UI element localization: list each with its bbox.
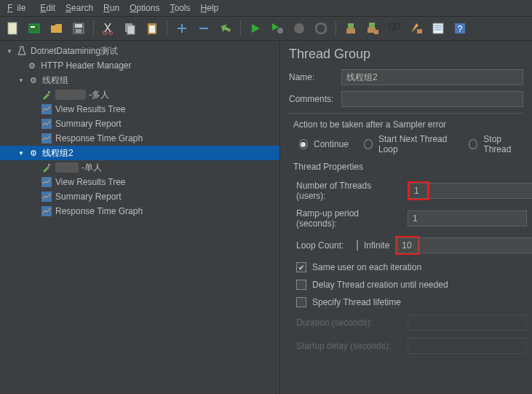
menubar: File Edit Search Run Options Tools Help bbox=[0, 0, 532, 17]
minus-icon[interactable] bbox=[195, 20, 213, 37]
shutdown-icon[interactable] bbox=[312, 20, 330, 37]
tree-view-results[interactable]: View Results Tree bbox=[0, 102, 279, 117]
reset-search-icon[interactable] bbox=[408, 20, 425, 37]
svg-point-12 bbox=[277, 28, 283, 34]
svg-text:?: ? bbox=[458, 24, 463, 34]
loop-count-input[interactable] bbox=[397, 237, 418, 253]
menu-help[interactable]: Help bbox=[196, 1, 223, 15]
open-icon[interactable] bbox=[48, 20, 65, 37]
duration-input bbox=[408, 315, 527, 331]
comments-input[interactable] bbox=[341, 91, 523, 107]
specify-lifetime-label: Specify Thread lifetime bbox=[312, 297, 401, 307]
panel-title: Thread Group bbox=[289, 47, 523, 62]
tree-resp-graph[interactable]: Response Time Graph bbox=[0, 131, 279, 146]
new-icon[interactable] bbox=[4, 20, 22, 37]
start-next-label: Start Next Thread Loop bbox=[378, 134, 453, 154]
svg-rect-0 bbox=[8, 23, 17, 34]
flask-icon bbox=[16, 45, 28, 57]
paste-icon[interactable] bbox=[143, 20, 161, 37]
svg-rect-2 bbox=[31, 26, 35, 28]
num-threads-input[interactable] bbox=[409, 183, 428, 199]
same-user-label: Same user on each iteration bbox=[312, 262, 421, 272]
num-threads-label: Number of Threads (users): bbox=[296, 181, 402, 201]
tree-resp-graph-2[interactable]: Response Time Graph bbox=[0, 204, 279, 218]
chart-icon bbox=[41, 176, 52, 188]
start-no-timers-icon[interactable] bbox=[269, 20, 286, 37]
tree-view-results-2[interactable]: View Results Tree bbox=[0, 175, 279, 189]
duration-label: Duration (seconds): bbox=[296, 318, 402, 328]
tree-sampler-2[interactable]: xx-单人 bbox=[0, 160, 279, 175]
stop-thread-radio[interactable] bbox=[469, 139, 477, 149]
menu-tools[interactable]: Tools bbox=[166, 1, 195, 15]
specify-lifetime-checkbox[interactable] bbox=[296, 297, 306, 307]
save-icon[interactable] bbox=[70, 20, 87, 37]
menu-file[interactable]: File bbox=[3, 1, 34, 15]
tree-thread-group-2[interactable]: ▼ ⚙ 线程组2 bbox=[0, 146, 279, 160]
clear-icon[interactable] bbox=[342, 20, 360, 37]
clear-all-icon[interactable] bbox=[364, 20, 381, 37]
search-icon[interactable] bbox=[386, 20, 403, 37]
gear-icon: ⚙ bbox=[26, 60, 38, 71]
rampup-input[interactable] bbox=[408, 210, 527, 226]
infinite-checkbox[interactable] bbox=[357, 240, 358, 251]
delay-create-label: Delay Thread creation until needed bbox=[312, 280, 448, 290]
rampup-label: Ramp-up period (seconds): bbox=[296, 208, 402, 229]
svg-rect-9 bbox=[127, 25, 135, 34]
svg-rect-30 bbox=[48, 164, 50, 166]
svg-rect-22 bbox=[417, 29, 422, 34]
menu-edit[interactable]: Edit bbox=[36, 1, 60, 15]
svg-rect-23 bbox=[433, 23, 443, 34]
svg-rect-15 bbox=[346, 28, 355, 34]
stop-thread-label: Stop Thread bbox=[483, 134, 523, 154]
svg-rect-11 bbox=[149, 25, 155, 33]
templates-icon[interactable] bbox=[26, 20, 44, 37]
stop-icon[interactable] bbox=[290, 20, 308, 37]
tree-sampler-1[interactable]: xxx-多人 bbox=[0, 87, 279, 102]
infinite-label: Infinite bbox=[364, 240, 389, 251]
menu-search[interactable]: Search bbox=[61, 1, 98, 15]
svg-rect-4 bbox=[75, 24, 82, 28]
menu-run[interactable]: Run bbox=[99, 1, 124, 15]
start-icon[interactable] bbox=[247, 20, 264, 37]
continue-radio[interactable] bbox=[299, 139, 308, 149]
name-input[interactable] bbox=[341, 69, 523, 85]
same-user-checkbox[interactable] bbox=[296, 262, 306, 272]
start-next-radio[interactable] bbox=[364, 139, 373, 149]
startup-delay-label: Startup delay (seconds): bbox=[296, 341, 402, 351]
loop-count-label: Loop Count: bbox=[296, 240, 351, 251]
help-icon[interactable]: ? bbox=[451, 20, 469, 37]
svg-rect-19 bbox=[374, 30, 378, 34]
function-helper-icon[interactable] bbox=[429, 20, 447, 37]
tree-header-manager[interactable]: ⚙ HTTP Header Manager bbox=[0, 58, 279, 73]
chart-icon bbox=[41, 118, 52, 130]
toolbar: ? bbox=[0, 17, 532, 41]
svg-point-13 bbox=[294, 23, 304, 34]
continue-label: Continue bbox=[314, 139, 349, 149]
dropper-icon bbox=[41, 89, 52, 101]
cut-icon[interactable] bbox=[100, 20, 117, 37]
chart-icon bbox=[41, 191, 52, 202]
svg-rect-5 bbox=[76, 29, 82, 33]
name-label: Name: bbox=[289, 72, 334, 82]
tree-summary-2[interactable]: Summary Report bbox=[0, 189, 279, 204]
test-plan-tree[interactable]: ▼ DotnetDatamining测试 ⚙ HTTP Header Manag… bbox=[0, 41, 280, 394]
properties-panel: Thread Group Name: Comments: Action to b… bbox=[280, 41, 532, 394]
menu-options[interactable]: Options bbox=[125, 1, 164, 15]
tree-test-plan[interactable]: ▼ DotnetDatamining测试 bbox=[0, 44, 279, 58]
chart-icon bbox=[41, 103, 52, 115]
tree-summary[interactable]: Summary Report bbox=[0, 117, 279, 131]
gear-icon: ⚙ bbox=[28, 147, 39, 159]
comments-label: Comments: bbox=[289, 94, 334, 104]
gear-icon: ⚙ bbox=[28, 74, 39, 86]
delay-create-checkbox[interactable] bbox=[296, 280, 306, 290]
toggle-icon[interactable] bbox=[217, 20, 234, 37]
sampler-error-fieldset: Action to be taken after a Sampler error… bbox=[289, 113, 523, 154]
svg-rect-26 bbox=[48, 91, 50, 93]
svg-rect-1 bbox=[29, 24, 39, 33]
tree-thread-group-1[interactable]: ▼ ⚙ 线程组 bbox=[0, 73, 279, 87]
svg-rect-18 bbox=[369, 23, 375, 28]
copy-icon[interactable] bbox=[122, 20, 139, 37]
plus-icon[interactable] bbox=[173, 20, 191, 37]
chart-icon bbox=[41, 205, 52, 217]
svg-point-14 bbox=[316, 23, 326, 34]
